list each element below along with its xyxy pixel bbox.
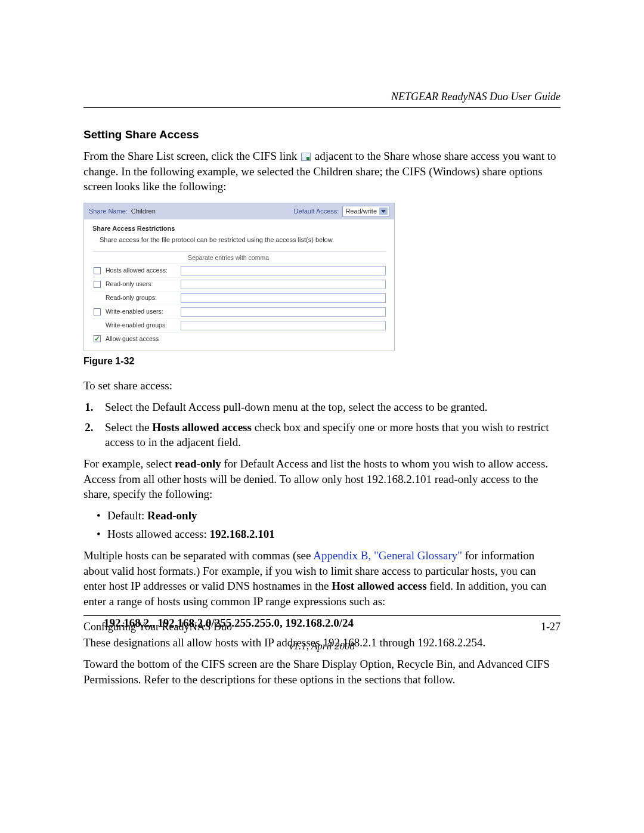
multi-pre: Multiple hosts can be separated with com… <box>83 549 313 562</box>
label-readonly-groups: Read-only groups: <box>106 293 176 302</box>
example-bold: read-only <box>175 457 221 470</box>
restrictions-heading: Share Access Restrictions <box>84 219 394 236</box>
input-write-groups[interactable] <box>181 321 386 330</box>
row-hosts-allowed: Hosts allowed access: <box>92 264 386 278</box>
step-1: Select the Default Access pull-down menu… <box>99 400 561 415</box>
label-readonly-users: Read-only users: <box>106 280 176 288</box>
restrictions-note: Share access for the file protocol can b… <box>84 236 394 248</box>
header-rule <box>83 107 561 108</box>
bottom-paragraph: Toward the bottom of the CIFS screen are… <box>83 657 561 687</box>
label-write-groups: Write-enabled groups: <box>106 321 176 329</box>
input-hosts-allowed[interactable] <box>181 266 386 275</box>
column-hint: Separate entries with comma <box>92 252 386 264</box>
input-write-users[interactable] <box>181 307 386 317</box>
chevron-down-icon <box>379 208 388 215</box>
step-2: Select the Hosts allowed access check bo… <box>99 420 561 450</box>
row-write-groups: Write-enabled groups: <box>92 319 386 333</box>
footer-right: 1-27 <box>541 620 561 634</box>
cifs-icon <box>301 153 311 161</box>
step-2-pre: Select the <box>105 421 152 433</box>
intro-paragraph: From the Share List screen, click the CI… <box>83 148 561 194</box>
figure-header: Share Name: Children Default Access: Rea… <box>84 203 394 219</box>
multi-hosts-paragraph: Multiple hosts can be separated with com… <box>83 548 561 609</box>
checkbox-hosts-allowed[interactable] <box>94 267 101 274</box>
label-write-users: Write-enabled users: <box>106 307 176 315</box>
row-readonly-groups: Read-only groups: <box>92 292 386 305</box>
input-readonly-users[interactable] <box>181 280 386 289</box>
checkbox-guest-access[interactable] <box>94 335 101 342</box>
row-readonly-users: Read-only users: <box>92 278 386 292</box>
running-header: NETGEAR ReadyNAS Duo User Guide <box>83 89 561 104</box>
restrictions-table: Separate entries with comma Hosts allowe… <box>92 251 386 344</box>
example-paragraph: For example, select read-only for Defaul… <box>83 456 561 502</box>
footer-version: v1.1, April 2008 <box>83 640 561 654</box>
share-name-value: Children <box>131 207 156 216</box>
label-guest-access: Allow guest access <box>106 335 159 343</box>
row-guest-access: Allow guest access <box>92 333 386 345</box>
example-pre: For example, select <box>83 457 175 470</box>
default-access-dropdown[interactable]: Read/write <box>342 206 389 217</box>
step-2-bold: Hosts allowed access <box>152 421 252 433</box>
page-footer: Configuring Your ReadyNAS Duo 1-27 v1.1,… <box>83 615 561 654</box>
section-heading: Setting Share Access <box>83 127 561 143</box>
bullet-hosts-bold: 192.168.2.101 <box>209 528 274 540</box>
input-readonly-groups[interactable] <box>181 293 386 303</box>
appendix-link[interactable]: Appendix B, "General Glossary" <box>313 549 462 562</box>
bullet-list: Default: Read-only Hosts allowed access:… <box>83 508 561 542</box>
row-write-users: Write-enabled users: <box>92 305 386 319</box>
lead-in: To set share access: <box>83 378 561 394</box>
checkbox-write-users[interactable] <box>94 308 101 315</box>
figure-caption: Figure 1-32 <box>83 355 561 368</box>
default-access-label: Default Access: <box>294 207 339 216</box>
steps-list: Select the Default Access pull-down menu… <box>83 400 561 450</box>
multi-bold: Host allowed access <box>332 580 426 592</box>
bullet-default-pre: Default: <box>107 509 147 522</box>
footer-left: Configuring Your ReadyNAS Duo <box>83 620 232 634</box>
figure-screenshot: Share Name: Children Default Access: Rea… <box>83 203 395 351</box>
step-1-text: Select the Default Access pull-down menu… <box>105 401 488 413</box>
checkbox-readonly-users[interactable] <box>94 281 101 288</box>
bullet-default-bold: Read-only <box>147 509 197 522</box>
default-access-value: Read/write <box>345 207 377 216</box>
label-hosts-allowed: Hosts allowed access: <box>106 266 176 274</box>
footer-rule <box>83 615 561 616</box>
bullet-hosts: Hosts allowed access: 192.168.2.101 <box>99 527 561 542</box>
intro-pre: From the Share List screen, click the CI… <box>83 150 300 162</box>
bullet-hosts-pre: Hosts allowed access: <box>107 528 209 540</box>
share-name-label: Share Name: <box>89 207 128 216</box>
bullet-default: Default: Read-only <box>99 508 561 524</box>
